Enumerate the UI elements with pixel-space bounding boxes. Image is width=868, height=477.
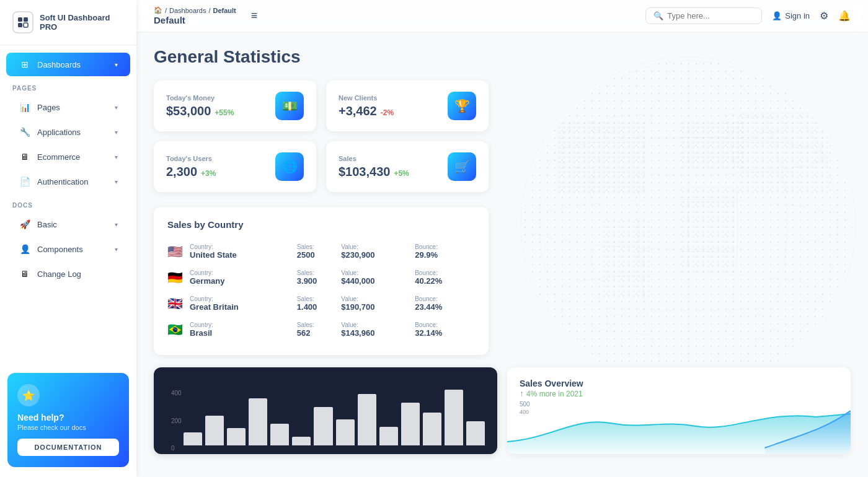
sales-overview-title: Sales Overview xyxy=(520,379,838,388)
svg-rect-9 xyxy=(558,119,645,193)
breadcrumb-default: Default xyxy=(213,7,236,14)
docs-section-label: DOCS xyxy=(0,195,136,211)
main-content: 🏠 / Dashboards / Default Default ≡ 🔍 👤 S… xyxy=(136,0,868,477)
breadcrumb-dashboards: Dashboards xyxy=(169,7,206,14)
signin-button[interactable]: 👤 Sign in xyxy=(772,11,810,20)
sidebar-item-applications[interactable]: 🔧 Applications ▾ xyxy=(6,120,130,144)
sidebar-pages-label: Pages xyxy=(37,103,60,112)
settings-icon[interactable]: ⚙ xyxy=(820,10,828,22)
stat-value-users: 2,300 xyxy=(166,165,197,179)
stat-value-sales: $103,430 xyxy=(339,165,390,179)
svg-point-15 xyxy=(589,60,787,388)
menu-icon[interactable]: ≡ xyxy=(246,7,263,25)
bar xyxy=(336,419,355,445)
bar xyxy=(270,424,289,445)
components-icon: 👤 xyxy=(19,243,31,255)
bar xyxy=(401,403,420,445)
sidebar-item-components[interactable]: 👤 Components ▾ xyxy=(6,237,130,261)
bottom-charts: 400 200 0 Sales Overview ↑ 4% more in 2 xyxy=(154,367,851,454)
bar xyxy=(466,421,485,445)
page-body: General Statistics Today's Money $53,000… xyxy=(136,32,868,477)
chevron-down-icon: ▾ xyxy=(115,178,118,185)
chevron-down-icon: ▾ xyxy=(115,61,118,68)
dashboards-icon: ⊞ xyxy=(19,58,31,71)
svg-rect-12 xyxy=(682,187,738,274)
sidebar-item-basic[interactable]: 🚀 Basic ▾ xyxy=(6,212,130,236)
money-icon: 💵 xyxy=(275,92,304,120)
flag-br: 🇧🇷 xyxy=(167,323,183,336)
bell-icon[interactable]: 🔔 xyxy=(838,10,851,22)
stat-value-clients: +3,462 xyxy=(339,104,377,118)
stat-label-users: Today's Users xyxy=(166,155,216,162)
documentation-button[interactable]: DOCUMENTATION xyxy=(17,439,119,456)
search-icon: 🔍 xyxy=(653,11,663,20)
logo-area: Soft UI Dashboard PRO xyxy=(0,0,136,45)
chevron-down-icon: ▾ xyxy=(115,104,118,111)
stat-label-clients: New Clients xyxy=(339,94,394,102)
svg-point-5 xyxy=(524,60,852,388)
basic-icon: 🚀 xyxy=(19,218,31,230)
search-input[interactable] xyxy=(667,11,754,20)
svg-rect-11 xyxy=(601,218,651,299)
sidebar-item-authentication[interactable]: 📄 Authentication ▾ xyxy=(6,170,130,193)
breadcrumb: 🏠 / Dashboards / Default Default xyxy=(154,6,236,25)
stat-value-money: $53,000 xyxy=(166,104,211,118)
help-title: Need help? xyxy=(17,413,119,422)
sales-overview-subtitle: 4% more in 2021 xyxy=(526,390,583,398)
signin-label: Sign in xyxy=(785,11,810,20)
svg-rect-7 xyxy=(524,60,852,388)
sidebar-dashboards-label: Dashboards xyxy=(37,60,81,69)
bar xyxy=(379,427,398,445)
bar-chart-card: 400 200 0 xyxy=(154,367,497,454)
sales-row-br: 🇧🇷 Country: Brasil Sales: 562 Value: $14… xyxy=(167,317,475,343)
chevron-down-icon: ▾ xyxy=(115,129,118,136)
sidebar-item-ecommerce[interactable]: 🖥 Ecommerce ▾ xyxy=(6,145,130,168)
stat-label-sales: Sales xyxy=(339,155,409,162)
bar xyxy=(445,390,463,445)
sales-row-de: 🇩🇪 Country: Germany Sales: 3.900 Value: … xyxy=(167,265,475,291)
sidebar-item-changelog[interactable]: 🖥 Change Log xyxy=(6,262,130,286)
sales-overview-card: Sales Overview ↑ 4% more in 2021 500 xyxy=(507,367,851,454)
sales-table: 🇺🇸 Country: United State Sales: 2500 Val… xyxy=(167,239,475,343)
bar xyxy=(249,398,267,445)
bar xyxy=(423,413,441,445)
chevron-down-icon: ▾ xyxy=(115,154,118,160)
breadcrumb-title: Default xyxy=(154,15,236,25)
help-subtitle: Please check our docs xyxy=(17,424,119,431)
svg-point-22 xyxy=(589,311,787,336)
stat-change-clients: -2% xyxy=(381,108,394,117)
trend-up-icon: ↑ xyxy=(520,388,524,398)
chevron-down-icon: ▾ xyxy=(115,246,118,253)
help-card: ⭐ Need help? Please check our docs DOCUM… xyxy=(7,373,129,467)
sidebar-authentication-label: Authentication xyxy=(37,177,88,186)
sidebar-changelog-label: Change Log xyxy=(37,269,81,279)
sales-title: Sales by Country xyxy=(167,219,475,230)
bar xyxy=(227,428,246,445)
y-axis-labels: 400 200 0 xyxy=(171,390,182,452)
sidebar-item-dashboards[interactable]: ⊞ Dashboards ▾ xyxy=(6,53,130,76)
applications-icon: 🔧 xyxy=(19,126,31,138)
sidebar-ecommerce-label: Ecommerce xyxy=(37,152,80,162)
users-icon: 🌐 xyxy=(275,152,304,181)
authentication-icon: 📄 xyxy=(19,175,31,188)
search-box[interactable]: 🔍 xyxy=(645,7,762,24)
bar-chart xyxy=(184,383,485,445)
stat-card-clients: New Clients +3,462 -2% 🏆 xyxy=(326,81,489,131)
sidebar-item-pages[interactable]: 📊 Pages ▾ xyxy=(6,95,130,119)
sidebar-basic-label: Basic xyxy=(37,220,57,229)
app-name: Soft UI Dashboard PRO xyxy=(40,13,124,32)
bar xyxy=(358,394,376,445)
flag-us: 🇺🇸 xyxy=(167,245,183,258)
bar xyxy=(292,437,311,445)
svg-point-21 xyxy=(589,113,787,138)
overview-chart xyxy=(507,405,851,454)
stat-card-sales: Sales $103,430 +5% 🛒 xyxy=(326,141,489,192)
sidebar-nav: ⊞ Dashboards ▾ PAGES 📊 Pages ▾ 🔧 Applica… xyxy=(0,45,136,363)
ecommerce-icon: 🖥 xyxy=(19,151,31,163)
svg-rect-0 xyxy=(18,17,22,22)
bar xyxy=(184,432,202,445)
sales-by-country: Sales by Country 🇺🇸 Country: United Stat… xyxy=(154,207,489,355)
stat-change-money: +55% xyxy=(215,108,234,117)
sales-row-us: 🇺🇸 Country: United State Sales: 2500 Val… xyxy=(167,239,475,265)
sidebar-components-label: Components xyxy=(37,245,83,254)
